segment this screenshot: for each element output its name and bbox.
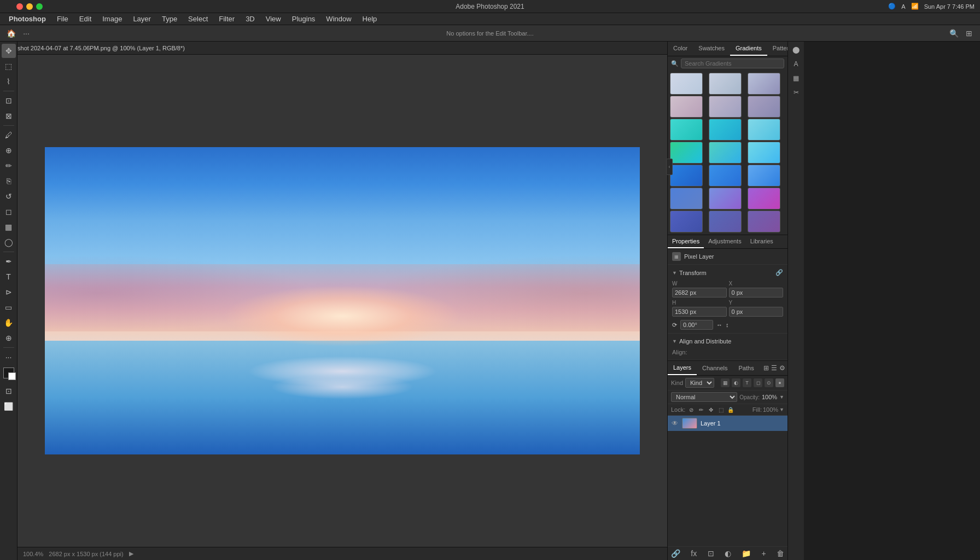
h-input[interactable] [672, 307, 727, 317]
opacity-chevron[interactable]: ▼ [779, 394, 784, 400]
tab-properties[interactable]: Properties [668, 235, 704, 248]
close-button[interactable] [16, 3, 23, 10]
delete-layer-icon[interactable]: 🗑 [777, 549, 784, 558]
fill-value[interactable]: 100% [763, 406, 778, 413]
document-tab[interactable]: reenshot 2024-04-07 at 7.45.06PM.png @ 1… [0, 42, 667, 55]
add-layer-icon[interactable]: + [761, 549, 766, 558]
layers-grid-icon[interactable]: ⊞ [763, 364, 769, 372]
tab-channels[interactable]: Channels [697, 361, 733, 375]
filter-toggle[interactable]: ● [775, 378, 784, 387]
path-selection[interactable]: ⊳ [2, 285, 16, 299]
menu-edit[interactable]: Edit [75, 14, 96, 24]
menu-layer[interactable]: Layer [129, 14, 155, 24]
filter-select[interactable]: Kind [685, 378, 714, 388]
gradient-swatch-20[interactable] [709, 211, 742, 232]
gradient-swatch-21[interactable] [748, 211, 780, 232]
text-tool[interactable]: T [2, 270, 16, 284]
opacity-value[interactable]: 100% [762, 394, 777, 400]
add-mask-icon[interactable]: ⊡ [708, 549, 714, 558]
gradient-swatch-8[interactable] [709, 119, 742, 141]
filter-type-icon[interactable]: T [743, 378, 751, 387]
lock-transform-icon[interactable]: ✥ [707, 406, 715, 413]
menu-photoshop[interactable]: Photoshop [4, 14, 50, 24]
more-icon[interactable]: ··· [21, 28, 32, 39]
minimize-button[interactable] [26, 3, 33, 10]
clone-tool[interactable]: ⎘ [2, 174, 16, 188]
layers-list-icon[interactable]: ☰ [771, 364, 777, 372]
panel-icon-3[interactable]: ▦ [790, 72, 802, 84]
heal-tool[interactable]: ⊕ [2, 143, 16, 158]
gradient-swatch-2[interactable] [709, 73, 742, 95]
gradient-swatch-10[interactable] [670, 142, 703, 164]
layer-row-1[interactable]: 👁 Layer 1 [668, 416, 788, 431]
link-layers-icon[interactable]: 🔗 [671, 549, 680, 558]
layers-settings-icon[interactable]: ⚙ [779, 364, 785, 372]
tab-swatches[interactable]: Swatches [693, 42, 730, 56]
crop-tool[interactable]: ⊡ [2, 94, 16, 108]
screen-mode[interactable]: ⬜ [2, 399, 16, 413]
filter-pixel-icon[interactable]: ▦ [721, 378, 730, 387]
menu-window[interactable]: Window [322, 14, 355, 24]
arrange-icon[interactable]: ⊞ [964, 28, 975, 39]
gradient-swatch-14[interactable] [709, 165, 742, 186]
menu-file[interactable]: File [52, 14, 73, 24]
gradient-swatch-5[interactable] [709, 96, 742, 118]
transform-header[interactable]: ▼ Transform 🔗 [672, 267, 783, 278]
gradient-swatch-12[interactable] [748, 142, 780, 164]
shape-tool[interactable]: ▭ [2, 300, 16, 314]
search-icon-toolbar[interactable]: 🔍 [948, 28, 959, 39]
lock-paint-icon[interactable]: ✏ [697, 406, 705, 413]
menu-select[interactable]: Select [184, 14, 212, 24]
eyedropper-tool[interactable]: 🖊 [2, 128, 16, 142]
gradient-swatch-17[interactable] [709, 188, 742, 209]
history-brush[interactable]: ↺ [2, 189, 16, 203]
menu-plugins[interactable]: Plugins [288, 14, 320, 24]
flip-h-icon[interactable]: ↔ [716, 322, 722, 328]
gradient-tool[interactable]: ▦ [2, 220, 16, 234]
gradient-search-input[interactable] [681, 59, 784, 68]
menu-image[interactable]: Image [98, 14, 126, 24]
more-tools[interactable]: ··· [2, 350, 16, 364]
gradient-swatch-1[interactable] [670, 73, 703, 95]
tab-paths[interactable]: Paths [733, 361, 760, 375]
menu-view[interactable]: View [261, 14, 285, 24]
frame-tool[interactable]: ⊠ [2, 109, 16, 123]
tab-gradients[interactable]: Gradients [730, 42, 767, 56]
lock-all-icon[interactable]: 🔒 [727, 406, 734, 413]
tab-libraries[interactable]: Libraries [746, 235, 778, 248]
tab-color[interactable]: Color [668, 42, 693, 56]
menu-3d[interactable]: 3D [241, 14, 259, 24]
panel-icon-2[interactable]: A [790, 58, 802, 70]
filter-shape-icon[interactable]: ◻ [754, 378, 762, 387]
zoom-tool[interactable]: ⊕ [2, 331, 16, 345]
background-color[interactable] [8, 372, 16, 380]
eraser-tool[interactable]: ◻ [2, 205, 16, 219]
menu-help[interactable]: Help [358, 14, 382, 24]
gradient-swatch-18[interactable] [748, 188, 780, 209]
dodge-tool[interactable]: ◯ [2, 235, 16, 249]
gradient-swatch-16[interactable] [670, 188, 703, 209]
gradient-swatch-15[interactable] [748, 165, 780, 186]
gradient-swatch-4[interactable] [670, 96, 703, 118]
menu-type[interactable]: Type [158, 14, 182, 24]
gradient-swatch-9[interactable] [748, 119, 780, 141]
align-header[interactable]: ▼ Align and Distribute [672, 336, 783, 347]
home-icon[interactable]: 🏠 [5, 28, 16, 39]
panel-collapse-arrow[interactable]: ‹ [666, 159, 673, 175]
gradient-swatch-11[interactable] [709, 142, 742, 164]
link-icon[interactable]: 🔗 [775, 269, 783, 276]
brush-tool[interactable]: ✏ [2, 159, 16, 173]
move-tool[interactable]: ✥ [2, 44, 16, 58]
gradient-swatch-19[interactable] [670, 211, 703, 232]
gradient-swatch-6[interactable] [748, 96, 780, 118]
lasso-tool[interactable]: ⌇ [2, 74, 16, 89]
gradient-swatch-3[interactable] [748, 73, 780, 95]
panel-icon-4[interactable]: ✂ [790, 86, 802, 98]
layer-visibility-icon[interactable]: 👁 [671, 419, 679, 427]
hand-tool[interactable]: ✋ [2, 316, 16, 330]
flip-v-icon[interactable]: ↕ [726, 322, 729, 328]
x-input[interactable] [729, 288, 784, 298]
gradient-swatch-7[interactable] [670, 119, 703, 141]
fullscreen-button[interactable] [36, 3, 43, 10]
w-input[interactable] [672, 288, 727, 298]
